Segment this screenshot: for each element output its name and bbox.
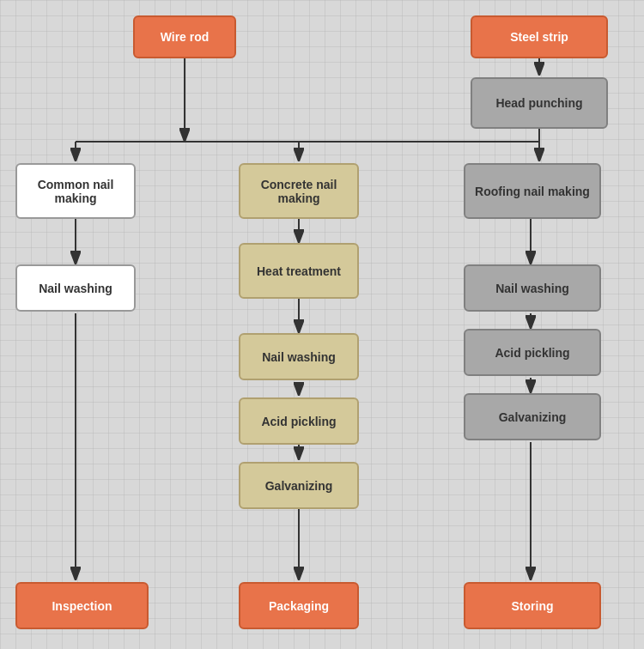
- inspection-box: Inspection: [15, 582, 149, 629]
- wire-rod-box: Wire rod: [133, 15, 236, 58]
- nail-washing-right-box: Nail washing: [464, 264, 601, 312]
- concrete-nail-box: Concrete nail making: [239, 163, 359, 219]
- common-nail-box: Common nail making: [15, 163, 136, 219]
- galvanizing-right-box: Galvanizing: [464, 393, 601, 440]
- roofing-nail-box: Roofing nail making: [464, 163, 601, 219]
- galvanizing-mid-box: Galvanizing: [239, 462, 359, 509]
- steel-strip-box: Steel strip: [471, 15, 608, 58]
- acid-pickling-right-box: Acid pickling: [464, 329, 601, 376]
- nail-washing-left-box: Nail washing: [15, 264, 136, 312]
- heat-treatment-box: Heat treatment: [239, 243, 359, 299]
- nail-washing-mid-box: Nail washing: [239, 333, 359, 380]
- packaging-box: Packaging: [239, 582, 359, 629]
- flowchart: Wire rod Steel strip Head punching Commo…: [0, 0, 644, 649]
- storing-box: Storing: [464, 582, 601, 629]
- head-punching-box: Head punching: [471, 77, 608, 129]
- acid-pickling-mid-box: Acid pickling: [239, 397, 359, 445]
